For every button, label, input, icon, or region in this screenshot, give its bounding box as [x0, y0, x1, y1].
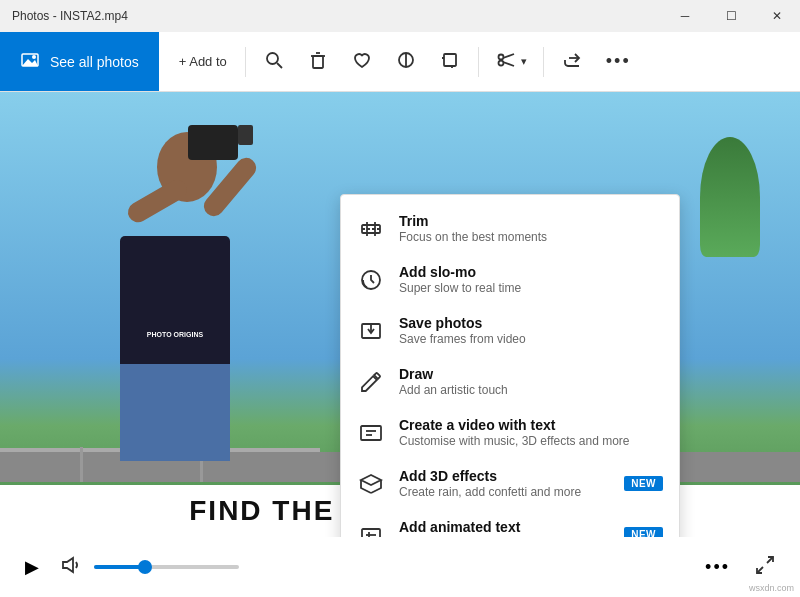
edit-dropdown-menu: Trim Focus on the best moments Add slo-m… [340, 194, 680, 537]
3d-effects-icon [357, 470, 385, 498]
zoom-icon [264, 50, 284, 73]
draw-title: Draw [399, 366, 663, 382]
fullscreen-button[interactable] [746, 550, 784, 585]
tree [700, 137, 760, 257]
save-photos-text: Save photos Save frames from video [399, 315, 663, 346]
3d-effects-badge: NEW [624, 476, 663, 491]
titlebar: Photos - INSTA2.mp4 ─ ☐ ✕ [0, 0, 800, 32]
scissors-icon [495, 49, 517, 74]
save-photos-icon [357, 317, 385, 345]
bottom-right-controls: ••• [697, 550, 784, 585]
photos-icon [20, 49, 40, 74]
maximize-button[interactable]: ☐ [708, 0, 754, 32]
draw-text: Draw Add an artistic touch [399, 366, 663, 397]
save-photos-desc: Save frames from video [399, 332, 663, 346]
trim-text: Trim Focus on the best moments [399, 213, 663, 244]
slomo-text: Add slo-mo Super slow to real time [399, 264, 663, 295]
dropdown-arrow-icon: ▾ [521, 55, 527, 68]
more-icon: ••• [606, 51, 631, 72]
menu-item-save-photos[interactable]: Save photos Save frames from video [341, 305, 679, 356]
add-to-label: + Add to [179, 54, 227, 69]
animated-text-desc: Make titles pop [399, 536, 610, 537]
trim-desc: Focus on the best moments [399, 230, 663, 244]
video-text-icon [357, 419, 385, 447]
fullscreen-icon [754, 560, 776, 580]
delete-icon [308, 50, 328, 73]
animated-text-badge: NEW [624, 527, 663, 537]
compare-button[interactable] [386, 44, 426, 79]
see-all-photos-label: See all photos [50, 54, 139, 70]
toolbar-separator-3 [543, 47, 544, 77]
zoom-button[interactable] [254, 44, 294, 79]
play-button[interactable]: ▶ [16, 551, 48, 583]
trim-title: Trim [399, 213, 663, 229]
toolbar-separator-1 [245, 47, 246, 77]
3d-effects-title: Add 3D effects [399, 468, 610, 484]
save-photos-title: Save photos [399, 315, 663, 331]
svg-rect-5 [313, 56, 323, 68]
svg-line-15 [503, 54, 514, 58]
svg-marker-31 [63, 558, 73, 572]
close-button[interactable]: ✕ [754, 0, 800, 32]
crop-button[interactable] [430, 44, 470, 79]
3d-effects-desc: Create rain, add confetti and more [399, 485, 610, 499]
svg-line-16 [503, 62, 514, 66]
shirt-text: PHOTO ORIGINS [128, 331, 223, 339]
menu-item-3d-effects[interactable]: Add 3D effects Create rain, add confetti… [341, 458, 679, 509]
slomo-desc: Super slow to real time [399, 281, 663, 295]
play-icon: ▶ [25, 556, 39, 578]
more-options-button[interactable]: ••• [596, 45, 641, 78]
edit-button-group[interactable]: ▾ [487, 43, 535, 80]
animated-text-item-text: Add animated text Make titles pop [399, 519, 610, 537]
trim-icon [357, 215, 385, 243]
toolbar: See all photos + Add to [0, 32, 800, 92]
share-button[interactable] [552, 44, 592, 79]
bottom-more-icon: ••• [705, 557, 730, 577]
slomo-icon [357, 266, 385, 294]
menu-item-trim[interactable]: Trim Focus on the best moments [341, 203, 679, 254]
menu-item-draw[interactable]: Draw Add an artistic touch [341, 356, 679, 407]
draw-desc: Add an artistic touch [399, 383, 663, 397]
window-title: Photos - INSTA2.mp4 [12, 9, 128, 23]
bottom-more-button[interactable]: ••• [697, 553, 738, 582]
window-controls: ─ ☐ ✕ [662, 0, 800, 32]
crop-icon [440, 50, 460, 73]
video-area: PHOTO ORIGINS FIND THE WORK YOU LOVE [0, 92, 800, 537]
camera-lens [238, 125, 253, 145]
volume-slider[interactable] [94, 565, 239, 569]
animated-text-icon [357, 521, 385, 537]
svg-point-13 [498, 55, 503, 60]
animated-text-title: Add animated text [399, 519, 610, 535]
see-all-photos-button[interactable]: See all photos [0, 32, 159, 91]
svg-point-3 [267, 53, 278, 64]
svg-rect-25 [361, 426, 381, 440]
menu-item-animated-text[interactable]: Add animated text Make titles pop NEW [341, 509, 679, 537]
volume-icon [60, 554, 82, 581]
video-text-title: Create a video with text [399, 417, 663, 433]
volume-slider-thumb[interactable] [138, 560, 152, 574]
menu-item-slomo[interactable]: Add slo-mo Super slow to real time [341, 254, 679, 305]
menu-item-video-text[interactable]: Create a video with text Customise with … [341, 407, 679, 458]
delete-button[interactable] [298, 44, 338, 79]
toolbar-actions: + Add to [159, 43, 800, 80]
svg-marker-1 [22, 59, 38, 66]
volume-button[interactable] [60, 554, 82, 581]
add-to-button[interactable]: + Add to [169, 48, 237, 75]
svg-point-2 [32, 55, 36, 59]
share-icon [562, 50, 582, 73]
minimize-button[interactable]: ─ [662, 0, 708, 32]
heart-button[interactable] [342, 44, 382, 79]
svg-line-33 [757, 567, 763, 573]
3d-effects-text: Add 3D effects Create rain, add confetti… [399, 468, 610, 499]
toolbar-separator-2 [478, 47, 479, 77]
person-jeans [120, 364, 230, 461]
compare-icon [396, 50, 416, 73]
video-text-item-text: Create a video with text Customise with … [399, 417, 663, 448]
draw-icon [357, 368, 385, 396]
slomo-title: Add slo-mo [399, 264, 663, 280]
person-container: PHOTO ORIGINS [50, 114, 300, 461]
video-text-desc: Customise with music, 3D effects and mor… [399, 434, 663, 448]
heart-icon [352, 50, 372, 73]
camera [188, 125, 238, 160]
svg-rect-10 [444, 54, 456, 66]
